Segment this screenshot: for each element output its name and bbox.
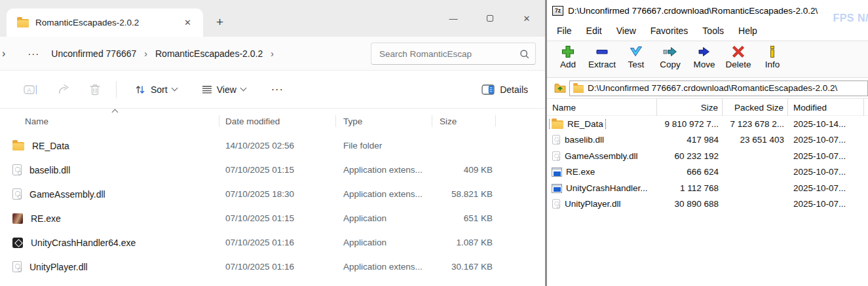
unity-icon: [12, 238, 23, 248]
move-button[interactable]: Move: [687, 45, 721, 69]
extract-button[interactable]: Extract: [585, 45, 619, 69]
window-title: D:\Unconfirmed 776667.crdownload\Romanti…: [568, 6, 818, 16]
breadcrumb-item[interactable]: Unconfirmed 776667: [45, 45, 143, 62]
explorer-window: RomanticEscapades-2.0.2 ✕ + — ✕ › ··· Un…: [0, 0, 545, 286]
menu-file[interactable]: File: [550, 23, 579, 39]
view-label: View: [217, 84, 236, 95]
chevron-right-icon: ›: [144, 48, 147, 59]
column-header-type[interactable]: Type: [336, 109, 432, 134]
copy-button[interactable]: Copy: [653, 45, 687, 69]
new-tab-button[interactable]: +: [210, 14, 230, 29]
dll-icon: [12, 164, 22, 175]
column-header-size[interactable]: Size: [432, 109, 496, 134]
delete-x-icon: [731, 45, 745, 58]
folder-icon: [17, 19, 29, 27]
table-row[interactable]: RE.exe 07/10/2025 01:15 Application 651 …: [0, 206, 545, 230]
rename-button[interactable]: A: [20, 80, 42, 99]
info-button[interactable]: Info: [755, 45, 789, 69]
add-button[interactable]: Add: [551, 45, 585, 69]
breadcrumb-ellipsis[interactable]: ···: [22, 45, 45, 62]
search-box[interactable]: [371, 43, 536, 65]
table-row[interactable]: UnityPlayer.dll 30 890 688 2025-10-07...: [547, 196, 868, 213]
table-row[interactable]: UnityPlayer.dll 07/10/2025 01:16 Applica…: [0, 255, 545, 279]
file-list: RE_Data 9 810 972 7... 7 123 678 2... 20…: [547, 116, 868, 212]
column-header-packed-size[interactable]: Packed Size: [723, 99, 788, 116]
app-icon: [552, 184, 562, 193]
rename-icon: A: [24, 84, 38, 95]
menu-bar: File Edit View Favorites Tools Help: [547, 21, 868, 41]
title-bar[interactable]: 7z D:\Unconfirmed 776667.crdownload\Roma…: [547, 0, 868, 21]
sort-dropdown[interactable]: Sort: [128, 80, 183, 99]
menu-help[interactable]: Help: [731, 23, 764, 39]
command-bar: A Sort: [0, 71, 545, 109]
up-one-level-button[interactable]: [551, 80, 569, 96]
share-button[interactable]: [54, 80, 74, 99]
delete-button[interactable]: Delete: [721, 45, 755, 69]
test-check-icon: [629, 45, 643, 58]
explorer-tab-bar: RomanticEscapades-2.0.2 ✕ + — ✕: [0, 0, 545, 37]
minimize-button[interactable]: —: [435, 5, 472, 31]
view-list-icon: [202, 85, 212, 94]
column-header-modified[interactable]: Modified: [788, 99, 864, 116]
column-header-size[interactable]: Size: [657, 99, 723, 116]
menu-favorites[interactable]: Favorites: [643, 23, 696, 39]
window-controls: — ✕: [435, 0, 545, 37]
column-header-name[interactable]: Name: [0, 109, 219, 134]
table-row[interactable]: RE_Data 9 810 972 7... 7 123 678 2... 20…: [547, 116, 868, 132]
column-header-name[interactable]: Name: [547, 99, 657, 116]
table-row[interactable]: baselib.dll 07/10/2025 01:15 Application…: [0, 158, 545, 182]
search-icon: [519, 48, 530, 60]
file-list: RE_Data 14/10/2025 02:56 File folder bas…: [0, 134, 545, 279]
list-header: Name Date modified Type Size: [0, 109, 545, 134]
trash-icon: [90, 84, 100, 96]
folder-icon: [573, 85, 584, 93]
table-row[interactable]: baselib.dll 417 984 23 651 403 2025-10-0…: [547, 132, 868, 149]
maximize-button[interactable]: [472, 5, 508, 31]
share-icon: [58, 84, 70, 95]
fps-counter-overlay: FPS N/A: [833, 12, 868, 24]
explorer-tab[interactable]: RomanticEscapades-2.0.2 ✕: [7, 9, 203, 37]
address-path: D:\Unconfirmed 776667.crdownload\Romanti…: [588, 83, 837, 93]
add-plus-icon: [561, 45, 575, 58]
folder-up-icon: [554, 82, 566, 94]
maximize-icon: [487, 15, 493, 22]
chevron-right-icon: ›: [271, 48, 274, 59]
sort-label: Sort: [151, 84, 168, 95]
info-i-icon: [765, 45, 780, 58]
table-row[interactable]: UnityCrashHandler... 1 112 768 2025-10-0…: [547, 180, 868, 196]
dll-icon: [12, 261, 22, 272]
app-icon: [552, 168, 562, 177]
chevron-right-icon: ›: [2, 48, 5, 59]
address-combo[interactable]: D:\Unconfirmed 776667.crdownload\Romanti…: [569, 80, 868, 96]
sevenzip-logo-icon: 7z: [552, 6, 563, 16]
column-header-date-modified[interactable]: Date modified: [219, 109, 336, 134]
toolbar: Add Extract Test Copy: [547, 41, 868, 78]
chevron-down-icon: [171, 85, 178, 92]
search-input[interactable]: [379, 49, 519, 59]
copy-arrow-icon: [663, 45, 677, 58]
folder-icon: [12, 142, 24, 151]
chevron-down-icon: [240, 85, 246, 92]
table-row[interactable]: GameAssembly.dll 07/10/2025 18:30 Applic…: [0, 182, 545, 206]
menu-view[interactable]: View: [609, 23, 643, 39]
more-options-button[interactable]: ···: [266, 80, 289, 99]
details-label: Details: [500, 84, 528, 95]
tab-close-icon[interactable]: ✕: [179, 16, 197, 29]
view-dropdown[interactable]: View: [196, 80, 252, 99]
dll-icon: [552, 135, 560, 145]
move-arrow-icon: [697, 45, 711, 58]
table-row[interactable]: RE_Data 14/10/2025 02:56 File folder: [0, 134, 545, 158]
delete-button[interactable]: [86, 80, 104, 99]
svg-text:A: A: [27, 86, 31, 93]
dll-icon: [12, 188, 22, 200]
details-pane-toggle[interactable]: Details: [476, 80, 533, 99]
table-row[interactable]: RE.exe 666 624 2025-10-07...: [547, 164, 868, 181]
test-button[interactable]: Test: [619, 45, 653, 69]
menu-tools[interactable]: Tools: [695, 23, 731, 39]
dll-icon: [552, 200, 560, 209]
table-row[interactable]: GameAssembly.dll 60 232 192 2025-10-07..…: [547, 148, 868, 164]
close-button[interactable]: ✕: [508, 5, 545, 31]
menu-edit[interactable]: Edit: [579, 23, 609, 39]
breadcrumb-item[interactable]: RomanticEscapades-2.0.2: [149, 45, 269, 62]
table-row[interactable]: UnityCrashHandler64.exe 07/10/2025 01:16…: [0, 230, 545, 255]
